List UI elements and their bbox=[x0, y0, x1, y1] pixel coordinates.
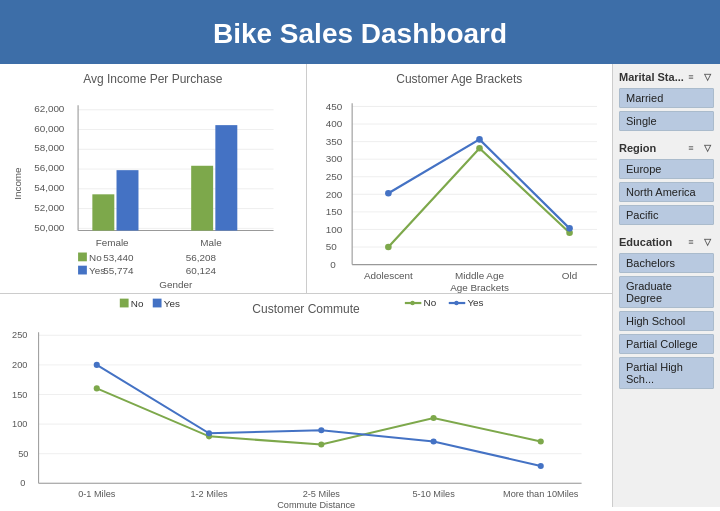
svg-text:Male: Male bbox=[200, 237, 222, 248]
svg-text:Old: Old bbox=[561, 270, 576, 281]
svg-point-91 bbox=[431, 438, 437, 444]
svg-text:100: 100 bbox=[325, 224, 342, 235]
svg-text:350: 350 bbox=[325, 136, 342, 147]
marital-filter-section: Marital Sta... ≡ ▽ Married Single bbox=[619, 70, 714, 131]
filter-bachelors[interactable]: Bachelors bbox=[619, 253, 714, 273]
region-filter-section: Region ≡ ▽ Europe North America Pacific bbox=[619, 141, 714, 225]
filter-europe[interactable]: Europe bbox=[619, 159, 714, 179]
svg-point-88 bbox=[94, 362, 100, 368]
svg-text:50: 50 bbox=[18, 449, 28, 459]
svg-text:1-2 Miles: 1-2 Miles bbox=[190, 489, 228, 499]
filter-married[interactable]: Married bbox=[619, 88, 714, 108]
svg-text:Yes: Yes bbox=[164, 298, 180, 309]
page-header: Bike Sales Dashboard bbox=[0, 0, 720, 64]
yes-line-commute bbox=[97, 365, 541, 466]
svg-text:0-1 Miles: 0-1 Miles bbox=[78, 489, 116, 499]
marital-sort-icon[interactable]: ≡ bbox=[684, 70, 698, 84]
svg-text:62,000: 62,000 bbox=[34, 103, 65, 114]
filter-partial-college[interactable]: Partial College bbox=[619, 334, 714, 354]
svg-text:58,000: 58,000 bbox=[34, 142, 65, 153]
svg-text:More than 10Miles: More than 10Miles bbox=[503, 489, 579, 499]
svg-text:Age Brackets: Age Brackets bbox=[450, 282, 509, 293]
region-filter-header: Region ≡ ▽ bbox=[619, 141, 714, 155]
age-brackets-chart: Customer Age Brackets 450 400 350 300 25… bbox=[307, 64, 613, 293]
svg-point-90 bbox=[318, 427, 324, 433]
svg-text:250: 250 bbox=[12, 330, 27, 340]
svg-text:56,000: 56,000 bbox=[34, 162, 65, 173]
marital-filter-icon[interactable]: ▽ bbox=[700, 70, 714, 84]
filter-north-america[interactable]: North America bbox=[619, 182, 714, 202]
commute-svg: 250 200 150 100 50 0 bbox=[10, 320, 602, 509]
svg-text:300: 300 bbox=[325, 153, 342, 164]
svg-point-53 bbox=[385, 244, 392, 251]
svg-rect-29 bbox=[153, 299, 162, 308]
commute-title: Customer Commute bbox=[10, 302, 602, 316]
age-brackets-svg: 450 400 350 300 250 200 150 100 50 0 bbox=[317, 90, 603, 299]
bar-male-no bbox=[191, 166, 213, 231]
charts-area: Avg Income Per Purchase Income 62,000 60… bbox=[0, 64, 612, 507]
no-line-age bbox=[388, 148, 569, 247]
filter-pacific[interactable]: Pacific bbox=[619, 205, 714, 225]
svg-point-89 bbox=[206, 430, 212, 436]
svg-text:No: No bbox=[131, 298, 144, 309]
svg-text:Adolescent: Adolescent bbox=[363, 270, 412, 281]
region-label: Region bbox=[619, 142, 656, 154]
svg-point-57 bbox=[476, 136, 483, 143]
svg-text:53,440: 53,440 bbox=[103, 252, 134, 263]
svg-text:Yes: Yes bbox=[467, 297, 483, 308]
marital-filter-header: Marital Sta... ≡ ▽ bbox=[619, 70, 714, 84]
filter-single[interactable]: Single bbox=[619, 111, 714, 131]
svg-point-54 bbox=[476, 145, 483, 152]
no-line-commute bbox=[97, 388, 541, 444]
education-filter-section: Education ≡ ▽ Bachelors Graduate Degree … bbox=[619, 235, 714, 389]
main-content: Avg Income Per Purchase Income 62,000 60… bbox=[0, 64, 720, 507]
svg-text:52,000: 52,000 bbox=[34, 202, 65, 213]
svg-text:150: 150 bbox=[325, 206, 342, 217]
svg-point-86 bbox=[431, 415, 437, 421]
svg-text:450: 450 bbox=[325, 101, 342, 112]
svg-text:Commute Distance: Commute Distance bbox=[277, 500, 355, 510]
svg-point-87 bbox=[538, 438, 544, 444]
education-sort-icon[interactable]: ≡ bbox=[684, 235, 698, 249]
region-sort-icon[interactable]: ≡ bbox=[684, 141, 698, 155]
svg-text:2-5 Miles: 2-5 Miles bbox=[303, 489, 341, 499]
education-filter-header: Education ≡ ▽ bbox=[619, 235, 714, 249]
svg-text:Female: Female bbox=[96, 237, 129, 248]
svg-text:No: No bbox=[89, 252, 102, 263]
svg-text:Middle Age: Middle Age bbox=[455, 270, 504, 281]
svg-text:50,000: 50,000 bbox=[34, 222, 65, 233]
avg-income-chart: Avg Income Per Purchase Income 62,000 60… bbox=[0, 64, 307, 293]
svg-point-56 bbox=[385, 190, 392, 197]
svg-point-83 bbox=[94, 385, 100, 391]
svg-text:0: 0 bbox=[20, 478, 25, 488]
commute-chart: Customer Commute 250 200 150 100 50 0 bbox=[0, 294, 612, 511]
svg-rect-22 bbox=[78, 266, 87, 275]
filter-high-school[interactable]: High School bbox=[619, 311, 714, 331]
svg-text:200: 200 bbox=[325, 189, 342, 200]
filter-partial-high-school[interactable]: Partial High Sch... bbox=[619, 357, 714, 389]
marital-label: Marital Sta... bbox=[619, 71, 684, 83]
education-filter-icons: ≡ ▽ bbox=[684, 235, 714, 249]
svg-text:400: 400 bbox=[325, 118, 342, 129]
avg-income-title: Avg Income Per Purchase bbox=[10, 72, 296, 86]
svg-text:55,774: 55,774 bbox=[103, 265, 134, 276]
filter-graduate-degree[interactable]: Graduate Degree bbox=[619, 276, 714, 308]
svg-rect-27 bbox=[120, 299, 129, 308]
svg-point-92 bbox=[538, 463, 544, 469]
bar-male-yes bbox=[215, 125, 237, 230]
svg-text:50: 50 bbox=[325, 241, 336, 252]
education-label: Education bbox=[619, 236, 672, 248]
top-charts-row: Avg Income Per Purchase Income 62,000 60… bbox=[0, 64, 612, 294]
svg-text:200: 200 bbox=[12, 360, 27, 370]
svg-point-85 bbox=[318, 441, 324, 447]
svg-text:No: No bbox=[423, 297, 436, 308]
region-filter-icon[interactable]: ▽ bbox=[700, 141, 714, 155]
sidebar: Marital Sta... ≡ ▽ Married Single Region… bbox=[612, 64, 720, 507]
svg-point-58 bbox=[566, 225, 573, 232]
yes-line-age bbox=[388, 139, 569, 228]
svg-text:60,124: 60,124 bbox=[186, 265, 217, 276]
education-filter-icon[interactable]: ▽ bbox=[700, 235, 714, 249]
marital-filter-icons: ≡ ▽ bbox=[684, 70, 714, 84]
svg-text:250: 250 bbox=[325, 171, 342, 182]
y-axis-label: Income bbox=[12, 167, 23, 200]
